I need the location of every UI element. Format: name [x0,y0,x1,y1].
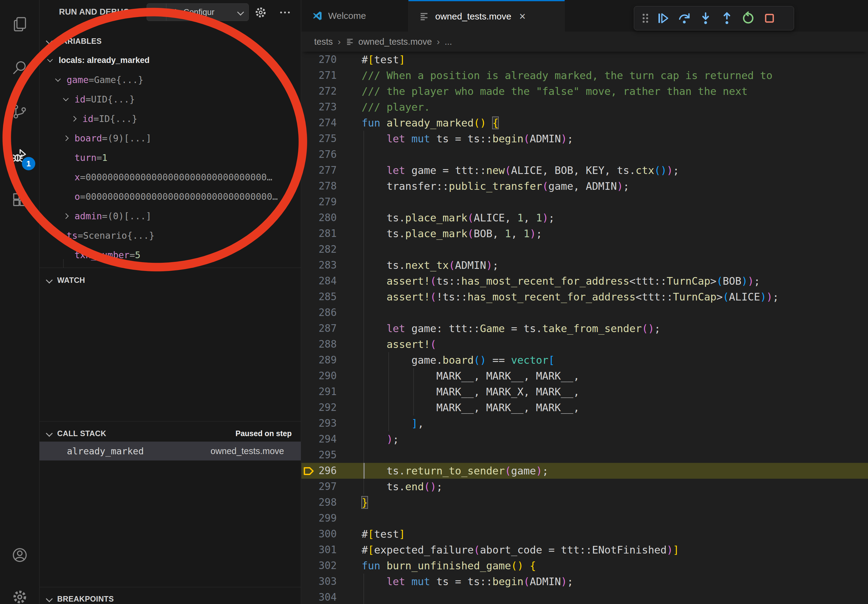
variable-row-x[interactable]: x = 000000000000000000000000000000000… [40,167,301,187]
line-number[interactable]: 281 [301,226,337,242]
code-line-271[interactable]: 271/// When a position is already marked… [301,68,868,83]
code-line-272[interactable]: 272/// the player who made the "false" m… [301,83,868,99]
code-line-303[interactable]: 303let mut ts = ts::begin(ADMIN); [301,574,868,589]
stop-button[interactable] [759,9,780,28]
line-number[interactable]: 284 [301,273,337,289]
step-into-button[interactable] [695,9,716,28]
line-number[interactable]: 291 [301,384,337,400]
code-line-282[interactable]: 282 [301,242,868,257]
code-line-288[interactable]: 288assert!( [301,336,868,352]
chevron-right-icon[interactable] [63,213,68,219]
chevron-down-icon[interactable] [55,76,60,82]
line-number[interactable]: 296 [301,463,337,479]
code-line-277[interactable]: 277let game = ttt::new(ALICE, BOB, KEY, … [301,163,868,178]
variable-row-board[interactable]: board = (9)[...] [40,129,301,148]
step-over-button[interactable] [674,9,695,28]
breakpoints-section-header[interactable]: BREAKPOINTS [40,590,301,604]
code-line-280[interactable]: 280ts.place_mark(ALICE, 1, 1); [301,210,868,226]
line-number[interactable]: 276 [301,147,337,163]
code-line-296[interactable]: 296ts.return_to_sender(game); [301,463,868,479]
debug-settings-button[interactable] [253,4,269,21]
variable-row-id[interactable]: id = ID{...} [40,109,301,129]
more-actions-button[interactable] [277,4,293,21]
code-line-292[interactable]: 292MARK__, MARK__, MARK__, [301,400,868,415]
chevron-down-icon[interactable] [55,232,60,237]
code-line-279[interactable]: 279 [301,194,868,210]
code-line-291[interactable]: 291MARK__, MARK_X, MARK__, [301,384,868,400]
activity-bar-account[interactable] [0,535,40,575]
variable-row-id[interactable]: id = UID{...} [40,90,301,109]
line-number[interactable]: 288 [301,336,337,352]
line-number[interactable]: 270 [301,52,337,68]
line-number[interactable]: 279 [301,194,337,210]
variable-row-o[interactable]: o = 0000000000000000000000000000000000… [40,187,301,206]
variable-row-ts[interactable]: ts = Scenario{...} [40,226,301,245]
line-number[interactable]: 298 [301,494,337,510]
tab-welcome[interactable]: Welcome [301,0,408,32]
variable-row-txn_number[interactable]: txn_number = 5 [40,245,301,265]
variable-row-turn[interactable]: turn = 1 [40,148,301,167]
breadcrumb-symbol[interactable]: ... [445,37,452,47]
code-line-300[interactable]: 300#[test] [301,526,868,542]
line-number[interactable]: 297 [301,479,337,494]
line-number[interactable]: 295 [301,447,337,463]
code-line-281[interactable]: 281ts.place_mark(BOB, 1, 1); [301,226,868,242]
chevron-right-icon[interactable] [63,135,68,141]
activity-bar-source-control[interactable] [0,92,40,132]
code-line-276[interactable]: 276 [301,147,868,163]
line-number[interactable]: 303 [301,574,337,589]
start-debug-button[interactable] [147,4,166,21]
line-number[interactable]: 271 [301,68,337,83]
code-line-294[interactable]: 294); [301,431,868,447]
line-number[interactable]: 286 [301,305,337,321]
chevron-down-icon[interactable] [63,96,68,101]
line-number[interactable]: 294 [301,431,337,447]
variables-section-header[interactable]: VARIABLES [40,32,301,50]
line-number[interactable]: 283 [301,257,337,273]
code-line-293[interactable]: 293], [301,415,868,431]
line-number[interactable]: 301 [301,542,337,558]
breadcrumb-folder[interactable]: tests [314,37,333,47]
line-number[interactable]: 280 [301,210,337,226]
activity-bar-settings[interactable] [0,577,40,604]
chevron-right-icon[interactable] [71,116,76,121]
code-line-278[interactable]: 278transfer::public_transfer(game, ADMIN… [301,178,868,194]
code-line-270[interactable]: 270#[test] [301,52,868,68]
variables-scope-row[interactable]: locals: already_marked [40,51,301,70]
line-number[interactable]: 277 [301,163,337,178]
line-number[interactable]: 273 [301,99,337,115]
variable-row-admin[interactable]: admin = (0)[...] [40,206,301,226]
code-line-285[interactable]: 285assert!(!ts::has_most_recent_for_addr… [301,289,868,305]
code-line-304[interactable]: 304 [301,589,868,604]
line-number[interactable]: 272 [301,83,337,99]
code-line-295[interactable]: 295 [301,447,868,463]
code-line-283[interactable]: 283ts.next_tx(ADMIN); [301,257,868,273]
line-number[interactable]: 304 [301,589,337,604]
code-line-287[interactable]: 287let game: ttt::Game = ts.take_from_se… [301,321,868,336]
line-number[interactable]: 290 [301,368,337,384]
line-number[interactable]: 287 [301,321,337,336]
code-line-290[interactable]: 290MARK__, MARK__, MARK__, [301,368,868,384]
line-number[interactable]: 278 [301,178,337,194]
tab-owned-tests-move[interactable]: owned_tests.move× [408,0,565,32]
code-line-297[interactable]: 297ts.end(); [301,479,868,494]
code-line-273[interactable]: 273/// player. [301,99,868,115]
line-number[interactable]: 302 [301,558,337,574]
line-number[interactable]: 299 [301,510,337,526]
line-number[interactable]: 274 [301,115,337,131]
activity-bar-search[interactable] [0,48,40,88]
activity-bar-files[interactable] [0,4,40,44]
code-line-284[interactable]: 284assert!(ts::has_most_recent_for_addre… [301,273,868,289]
restart-button[interactable] [738,9,759,28]
code-line-302[interactable]: 302fun burn_unfinished_game() { [301,558,868,574]
code-line-275[interactable]: 275let mut ts = ts::begin(ADMIN); [301,131,868,147]
activity-bar-debug[interactable]: 1 [0,136,40,175]
line-number[interactable]: 282 [301,242,337,257]
code-line-298[interactable]: 298} [301,494,868,510]
line-number[interactable]: 293 [301,415,337,431]
code-line-289[interactable]: 289game.board() == vector[ [301,352,868,368]
code-line-299[interactable]: 299 [301,510,868,526]
line-number[interactable]: 289 [301,352,337,368]
continue-button[interactable] [653,9,674,28]
line-number[interactable]: 300 [301,526,337,542]
